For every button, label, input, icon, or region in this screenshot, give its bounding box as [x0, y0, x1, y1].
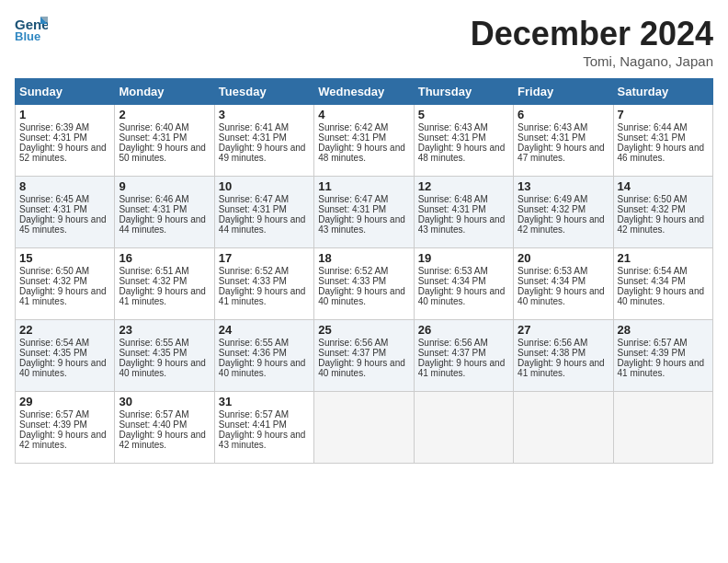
day-number: 20: [518, 251, 609, 265]
day-number: 6: [518, 108, 609, 121]
day-number: 28: [618, 323, 709, 337]
day-number: 22: [19, 323, 110, 337]
calendar-row: 15Sunrise: 6:50 AMSunset: 4:32 PMDayligh…: [16, 248, 713, 320]
day-number: 21: [618, 251, 709, 265]
sunrise: Sunrise: 6:47 AM: [318, 194, 388, 204]
daylight-label: Daylight: 9 hours and 44 minutes.: [219, 214, 306, 235]
day-number: 2: [119, 108, 210, 121]
sunset: Sunset: 4:31 PM: [219, 132, 287, 143]
daylight-label: Daylight: 9 hours and 40 minutes.: [119, 358, 206, 378]
day-cell-15: 15Sunrise: 6:50 AMSunset: 4:32 PMDayligh…: [16, 248, 115, 320]
day-cell-31: 31Sunrise: 6:57 AMSunset: 4:41 PMDayligh…: [214, 392, 313, 464]
day-number: 4: [318, 108, 409, 121]
daylight-label: Daylight: 9 hours and 40 minutes.: [518, 286, 605, 306]
header-wednesday: Wednesday: [314, 79, 414, 105]
daylight-label: Daylight: 9 hours and 40 minutes.: [418, 286, 506, 306]
sunset: Sunset: 4:34 PM: [618, 276, 686, 286]
sunrise: Sunrise: 6:57 AM: [219, 409, 289, 419]
daylight-label: Daylight: 9 hours and 40 minutes.: [219, 358, 306, 378]
sunset: Sunset: 4:31 PM: [19, 204, 87, 214]
day-cell-17: 17Sunrise: 6:52 AMSunset: 4:33 PMDayligh…: [214, 248, 313, 320]
daylight-label: Daylight: 9 hours and 48 minutes.: [318, 143, 405, 163]
daylight-label: Daylight: 9 hours and 42 minutes.: [19, 430, 107, 450]
sunrise: Sunrise: 6:50 AM: [19, 266, 89, 276]
day-cell-7: 7Sunrise: 6:44 AMSunset: 4:31 PMDaylight…: [613, 105, 712, 177]
header: General Blue December 2024 Tomi, Nagano,…: [15, 15, 713, 69]
sunrise: Sunrise: 6:39 AM: [19, 122, 89, 132]
sunset: Sunset: 4:37 PM: [418, 348, 486, 358]
header-thursday: Thursday: [414, 79, 513, 105]
sunrise: Sunrise: 6:45 AM: [19, 194, 89, 204]
day-number: 15: [19, 251, 110, 265]
header-saturday: Saturday: [613, 79, 712, 105]
sunset: Sunset: 4:37 PM: [318, 348, 386, 358]
month-title: December 2024: [471, 15, 713, 53]
day-number: 31: [219, 395, 310, 408]
day-number: 13: [518, 179, 609, 193]
sunset: Sunset: 4:35 PM: [119, 348, 187, 358]
empty-cell: [514, 392, 613, 464]
sunset: Sunset: 4:34 PM: [418, 276, 486, 286]
sunset: Sunset: 4:31 PM: [318, 132, 386, 143]
day-number: 11: [318, 179, 409, 193]
day-cell-19: 19Sunrise: 6:53 AMSunset: 4:34 PMDayligh…: [414, 248, 513, 320]
sunrise: Sunrise: 6:43 AM: [518, 122, 587, 132]
day-cell-6: 6Sunrise: 6:43 AMSunset: 4:31 PMDaylight…: [514, 105, 613, 177]
daylight-label: Daylight: 9 hours and 43 minutes.: [318, 214, 405, 235]
sunrise: Sunrise: 6:53 AM: [518, 266, 587, 276]
sunrise: Sunrise: 6:56 AM: [418, 338, 488, 348]
day-cell-29: 29Sunrise: 6:57 AMSunset: 4:39 PMDayligh…: [16, 392, 115, 464]
sunrise: Sunrise: 6:48 AM: [418, 194, 488, 204]
header-friday: Friday: [514, 79, 613, 105]
daylight-label: Daylight: 9 hours and 42 minutes.: [618, 214, 705, 235]
daylight-label: Daylight: 9 hours and 50 minutes.: [119, 143, 206, 163]
day-cell-22: 22Sunrise: 6:54 AMSunset: 4:35 PMDayligh…: [16, 320, 115, 392]
sunset: Sunset: 4:39 PM: [618, 348, 686, 358]
sunrise: Sunrise: 6:56 AM: [318, 338, 388, 348]
sunrise: Sunrise: 6:55 AM: [219, 338, 289, 348]
day-number: 30: [119, 395, 210, 408]
day-cell-28: 28Sunrise: 6:57 AMSunset: 4:39 PMDayligh…: [613, 320, 712, 392]
sunset: Sunset: 4:39 PM: [19, 419, 87, 430]
day-number: 25: [318, 323, 409, 337]
header-monday: Monday: [115, 79, 214, 105]
day-number: 23: [119, 323, 210, 337]
calendar-row: 22Sunrise: 6:54 AMSunset: 4:35 PMDayligh…: [16, 320, 713, 392]
day-cell-30: 30Sunrise: 6:57 AMSunset: 4:40 PMDayligh…: [115, 392, 214, 464]
sunset: Sunset: 4:32 PM: [119, 276, 187, 286]
sunrise: Sunrise: 6:46 AM: [119, 194, 188, 204]
sunset: Sunset: 4:31 PM: [119, 204, 187, 214]
sunrise: Sunrise: 6:51 AM: [119, 266, 188, 276]
calendar-table: Sunday Monday Tuesday Wednesday Thursday…: [15, 78, 713, 464]
daylight-label: Daylight: 9 hours and 45 minutes.: [19, 214, 107, 235]
sunrise: Sunrise: 6:57 AM: [618, 338, 688, 348]
day-cell-12: 12Sunrise: 6:48 AMSunset: 4:31 PMDayligh…: [414, 177, 513, 248]
page-container: General Blue December 2024 Tomi, Nagano,…: [0, 0, 728, 471]
daylight-label: Daylight: 9 hours and 46 minutes.: [618, 143, 705, 163]
calendar-row: 29Sunrise: 6:57 AMSunset: 4:39 PMDayligh…: [16, 392, 713, 464]
sunrise: Sunrise: 6:55 AM: [119, 338, 188, 348]
day-number: 27: [518, 323, 609, 337]
day-number: 12: [418, 179, 509, 193]
daylight-label: Daylight: 9 hours and 52 minutes.: [19, 143, 107, 163]
day-number: 16: [119, 251, 210, 265]
sunrise: Sunrise: 6:54 AM: [19, 338, 89, 348]
sunset: Sunset: 4:41 PM: [219, 419, 287, 430]
daylight-label: Daylight: 9 hours and 40 minutes.: [618, 286, 705, 306]
sunrise: Sunrise: 6:42 AM: [318, 122, 388, 132]
day-cell-18: 18Sunrise: 6:52 AMSunset: 4:33 PMDayligh…: [314, 248, 414, 320]
daylight-label: Daylight: 9 hours and 48 minutes.: [418, 143, 506, 163]
day-number: 17: [219, 251, 310, 265]
day-number: 26: [418, 323, 509, 337]
sunrise: Sunrise: 6:53 AM: [418, 266, 488, 276]
sunset: Sunset: 4:34 PM: [518, 276, 586, 286]
empty-cell: [414, 392, 513, 464]
day-number: 19: [418, 251, 509, 265]
day-cell-14: 14Sunrise: 6:50 AMSunset: 4:32 PMDayligh…: [613, 177, 712, 248]
day-cell-21: 21Sunrise: 6:54 AMSunset: 4:34 PMDayligh…: [613, 248, 712, 320]
daylight-label: Daylight: 9 hours and 49 minutes.: [219, 143, 306, 163]
sunrise: Sunrise: 6:57 AM: [19, 409, 89, 419]
daylight-label: Daylight: 9 hours and 41 minutes.: [618, 358, 705, 378]
sunset: Sunset: 4:32 PM: [518, 204, 586, 214]
sunset: Sunset: 4:31 PM: [119, 132, 187, 143]
